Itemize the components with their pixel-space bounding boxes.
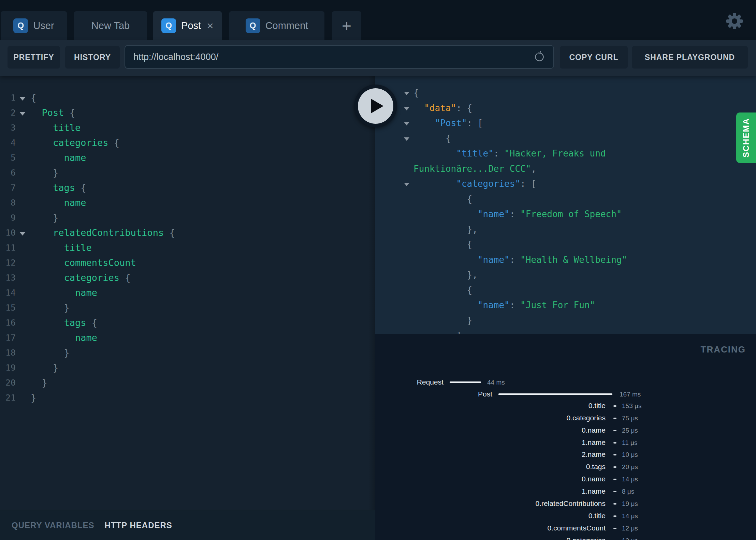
- trace-row-0-name: 0.name14 μs: [375, 474, 756, 484]
- response-line-5: "title": "Hacker, Freaks und: [375, 146, 756, 161]
- query-line-text: tags {: [31, 315, 97, 330]
- query-line-text: }: [31, 375, 47, 390]
- response-line-6: Funktionäre...Der CCC",: [375, 161, 756, 177]
- trace-row-2-name: 2.name10 μs: [375, 449, 756, 460]
- tab-label: User: [33, 20, 54, 31]
- line-number: 15: [0, 300, 16, 315]
- trace-label: 0.name: [582, 474, 606, 484]
- query-badge: Q: [161, 18, 176, 33]
- trace-label: 0.title: [588, 401, 606, 411]
- settings-gear-icon[interactable]: [725, 12, 744, 31]
- new-tab-button[interactable]: +: [332, 11, 361, 40]
- response-json: { "data": { "Post": [ { "title": "Hacker…: [375, 76, 756, 334]
- share-playground-button[interactable]: SHARE PLAYGROUND: [632, 46, 748, 69]
- line-number: 19: [0, 360, 16, 375]
- query-line-text: categories {: [31, 135, 119, 150]
- reload-schema-icon[interactable]: [533, 51, 545, 63]
- fold-arrow-icon[interactable]: [19, 97, 26, 101]
- query-line-3: 3 title: [0, 120, 375, 135]
- tab-label: New Tab: [91, 20, 130, 31]
- trace-duration-bar: [613, 454, 616, 455]
- response-line-13: },: [375, 267, 756, 283]
- trace-time: 13 μs: [622, 536, 638, 540]
- trace-row-0-commentsCount: 0.commentsCount12 μs: [375, 523, 756, 533]
- tab-user[interactable]: QUser: [1, 11, 67, 40]
- line-number: 9: [0, 210, 16, 225]
- play-icon: [358, 88, 393, 124]
- query-line-text: tags {: [31, 180, 86, 195]
- response-line-12: "name": "Health & Wellbeing": [375, 252, 756, 268]
- query-line-17: 17 name: [0, 330, 375, 345]
- query-line-15: 15 }: [0, 300, 375, 315]
- tracing-title: TRACING: [701, 344, 746, 355]
- fold-arrow-icon[interactable]: [404, 107, 409, 110]
- response-line-8: {: [375, 192, 756, 207]
- trace-duration-bar: [613, 466, 616, 468]
- fold-arrow-icon[interactable]: [19, 112, 26, 116]
- trace-duration-bar: [613, 430, 616, 431]
- trace-time: 20 μs: [622, 462, 638, 472]
- query-line-13: 13 categories {: [0, 270, 375, 285]
- query-line-text: Post {: [31, 105, 75, 120]
- trace-time: 25 μs: [622, 425, 638, 436]
- graphql-playground-window: QUserNew TabQPost×QComment + PRETTIFY HI…: [0, 0, 756, 540]
- tab-new-tab[interactable]: New Tab: [74, 11, 147, 40]
- query-line-text: title: [31, 240, 92, 255]
- trace-time: 12 μs: [622, 523, 638, 534]
- trace-duration-bar: [498, 393, 612, 395]
- trace-duration-bar: [613, 405, 616, 407]
- history-button[interactable]: HISTORY: [65, 46, 120, 69]
- query-line-text: commentsCount: [31, 255, 136, 270]
- fold-arrow-icon[interactable]: [19, 232, 26, 236]
- query-line-text: name: [31, 330, 97, 345]
- line-number: 2: [0, 105, 16, 120]
- fold-arrow-icon[interactable]: [404, 183, 409, 186]
- trace-duration-bar: [613, 479, 616, 480]
- response-line-4: {: [375, 131, 756, 146]
- line-number: 16: [0, 315, 16, 330]
- fold-arrow-icon[interactable]: [404, 92, 409, 95]
- query-line-18: 18 }: [0, 345, 375, 360]
- trace-duration-bar: [613, 442, 616, 444]
- editor-bottom-bar: QUERY VARIABLES HTTP HEADERS: [0, 510, 375, 540]
- execute-query-button[interactable]: [354, 85, 397, 127]
- copy-curl-button[interactable]: COPY CURL: [560, 46, 628, 69]
- query-line-12: 12 commentsCount: [0, 255, 375, 270]
- close-icon[interactable]: ×: [207, 20, 214, 31]
- tab-comment[interactable]: QComment: [229, 11, 324, 40]
- tab-label: Comment: [265, 20, 308, 31]
- trace-duration-bar: [613, 418, 616, 419]
- tab-post[interactable]: QPost×: [153, 11, 222, 40]
- http-headers-tab[interactable]: HTTP HEADERS: [105, 521, 172, 530]
- tracing-panel: TRACING Request44 msPost167 ms0.title153…: [375, 334, 756, 540]
- trace-duration-bar: [613, 491, 616, 492]
- trace-row-Request: Request44 ms: [375, 377, 756, 387]
- endpoint-input[interactable]: http://localhost:4000/: [133, 52, 533, 62]
- response-line-11: {: [375, 237, 756, 252]
- query-line-text: }: [31, 165, 58, 180]
- fold-arrow-icon[interactable]: [404, 122, 409, 125]
- query-line-14: 14 name: [0, 285, 375, 300]
- line-number: 7: [0, 180, 16, 195]
- line-number: 11: [0, 240, 16, 255]
- trace-label: Post: [478, 389, 492, 399]
- trace-row-0-title: 0.title153 μs: [375, 401, 756, 411]
- query-line-text: }: [31, 300, 70, 315]
- query-line-text: name: [31, 150, 86, 165]
- query-variables-tab[interactable]: QUERY VARIABLES: [12, 521, 94, 530]
- query-line-2: 2 Post {: [0, 105, 375, 120]
- trace-time: 19 μs: [622, 499, 638, 509]
- response-line-14: {: [375, 283, 756, 298]
- line-number: 8: [0, 195, 16, 210]
- prettify-button[interactable]: PRETTIFY: [8, 46, 60, 69]
- fold-arrow-icon[interactable]: [404, 137, 409, 141]
- query-editor[interactable]: 1{2 Post {3 title4 categories {5 name6 }…: [0, 76, 375, 510]
- endpoint-url-bar[interactable]: http://localhost:4000/: [125, 45, 554, 69]
- trace-row-1-name: 1.name8 μs: [375, 486, 756, 496]
- query-badge: Q: [13, 18, 28, 33]
- query-line-text: name: [31, 285, 97, 300]
- line-number: 14: [0, 285, 16, 300]
- trace-row-0-tags: 0.tags20 μs: [375, 462, 756, 472]
- query-line-text: name: [31, 195, 86, 210]
- schema-tab[interactable]: SCHEMA: [736, 112, 756, 163]
